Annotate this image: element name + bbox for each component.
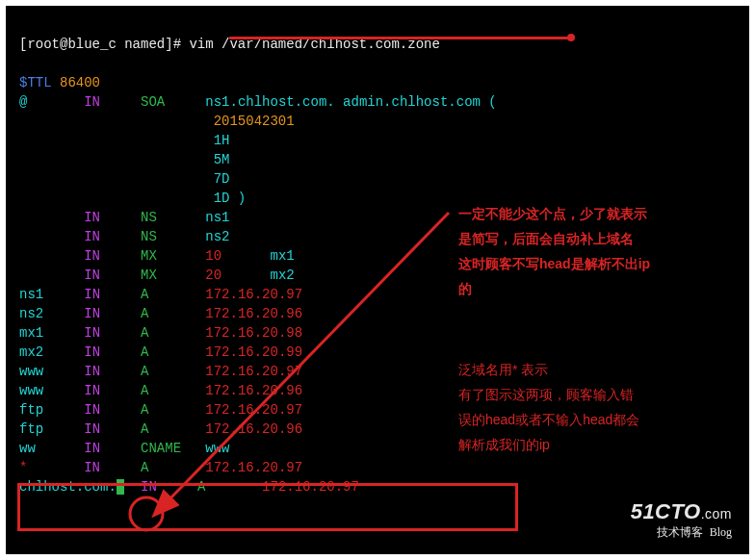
annotation-bold: 一定不能少这个点，少了就表示 是简写，后面会自动补上域名 这时顾客不写head是… [458, 201, 650, 301]
dns-records: IN NS ns1 IN NS ns2 IN MX 10 mx1 IN MX 2… [19, 210, 359, 495]
watermark: 51CTO.com 技术博客 Blog [631, 499, 732, 541]
terminal-frame: [root@blue_c named]# vim /var/named/chlh… [0, 0, 755, 560]
soa-retry: 5M [214, 152, 230, 167]
type-soa: SOA [141, 94, 165, 110]
underline-dot [567, 34, 575, 41]
ttl-label: $TTL [19, 75, 52, 90]
soa-mname: ns1.chlhost.com. [205, 94, 334, 110]
soa-expire: 7D [214, 171, 230, 187]
annotation-thin: 泛域名用* 表示 有了图示这两项，顾客输入错 误的head或者不输入head都会… [458, 357, 639, 457]
highlight-box [17, 483, 518, 531]
soa-serial: 2015042301 [214, 114, 295, 129]
origin-symbol: @ [19, 94, 27, 110]
soa-minimum: 1D ) [214, 191, 247, 206]
class-in: IN [84, 94, 100, 110]
ttl-value: 86400 [60, 75, 100, 90]
soa-rname: admin.chlhost.com ( [343, 94, 497, 110]
underline-annotation [229, 37, 572, 39]
soa-refresh: 1H [214, 133, 230, 148]
